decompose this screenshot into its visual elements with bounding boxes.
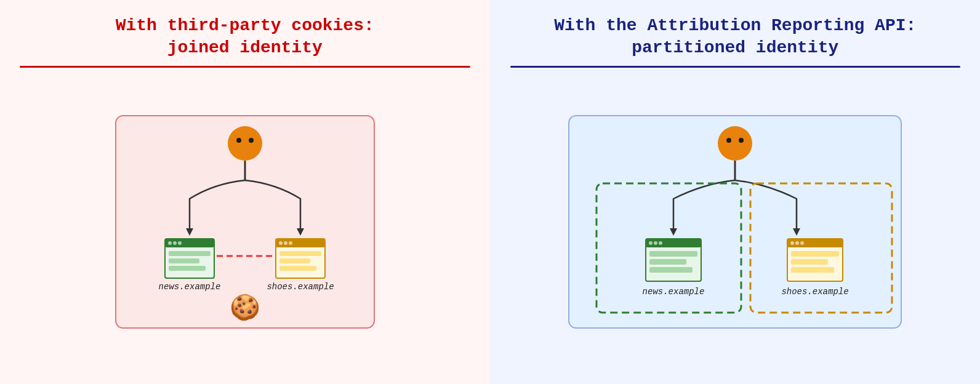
left-title-line1: With third-party cookies: <box>116 16 374 35</box>
svg-rect-26 <box>279 266 316 271</box>
svg-point-20 <box>279 241 283 245</box>
svg-point-45 <box>659 241 662 245</box>
svg-rect-10 <box>165 239 214 247</box>
right-diagram: news.example shoes.example <box>510 78 961 369</box>
svg-rect-19 <box>276 239 325 247</box>
left-panel: With third-party cookies: joined identit… <box>0 0 491 384</box>
svg-point-53 <box>790 241 794 245</box>
svg-point-33 <box>726 138 731 143</box>
svg-point-55 <box>800 241 804 245</box>
left-diagram: news.example shoes.example 🍪 <box>20 78 470 369</box>
svg-rect-58 <box>791 259 828 265</box>
svg-rect-17 <box>169 266 206 271</box>
right-title-line2: partitioned identity <box>632 38 838 57</box>
svg-point-54 <box>795 241 799 245</box>
svg-rect-47 <box>649 251 697 257</box>
svg-rect-15 <box>169 251 211 256</box>
left-title-line2: joined identity <box>167 38 323 57</box>
svg-text:news.example: news.example <box>643 287 705 297</box>
svg-point-11 <box>168 241 172 245</box>
svg-text:shoes.example: shoes.example <box>267 282 334 292</box>
left-divider <box>20 66 470 68</box>
svg-point-12 <box>173 241 177 245</box>
svg-rect-25 <box>279 258 310 263</box>
right-panel: With the Attribution Reporting API: part… <box>491 0 981 384</box>
svg-text:news.example: news.example <box>158 282 220 292</box>
svg-point-1 <box>228 126 262 161</box>
svg-point-44 <box>654 241 657 245</box>
svg-rect-24 <box>279 251 321 256</box>
svg-point-2 <box>236 138 241 143</box>
right-title-line1: With the Attribution Reporting API: <box>554 16 916 35</box>
svg-text:🍪: 🍪 <box>230 292 260 322</box>
svg-rect-49 <box>649 267 693 273</box>
svg-rect-59 <box>791 267 834 273</box>
svg-rect-48 <box>649 259 686 265</box>
svg-point-3 <box>249 138 254 143</box>
svg-text:shoes.example: shoes.example <box>782 287 849 297</box>
svg-point-13 <box>178 241 182 245</box>
right-title: With the Attribution Reporting API: part… <box>510 15 961 60</box>
right-divider <box>510 66 961 68</box>
left-title: With third-party cookies: joined identit… <box>20 15 470 60</box>
svg-point-21 <box>284 241 287 245</box>
svg-point-32 <box>718 126 752 161</box>
svg-point-34 <box>739 138 744 143</box>
svg-rect-57 <box>791 251 839 257</box>
svg-point-43 <box>649 241 653 245</box>
svg-rect-16 <box>169 258 199 263</box>
svg-point-22 <box>289 241 292 245</box>
